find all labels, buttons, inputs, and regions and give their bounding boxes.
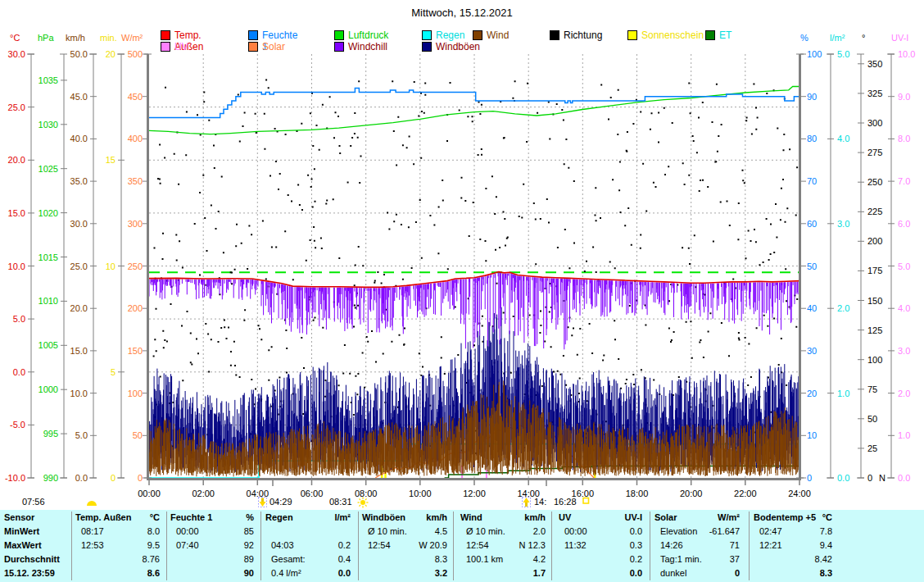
table-cell-time: 11:32 — [564, 539, 587, 552]
svg-text:15: 15 — [106, 155, 116, 165]
table-cell: 3.2 — [362, 566, 449, 580]
table-column-unit: % — [246, 511, 254, 525]
table-cell-time: 12:53 — [81, 539, 104, 552]
svg-text:990: 990 — [43, 473, 58, 483]
svg-text:90: 90 — [807, 92, 817, 102]
svg-text:0: 0 — [138, 473, 143, 483]
svg-text:25.0: 25.0 — [8, 102, 25, 112]
svg-text:30.0: 30.0 — [70, 219, 88, 229]
svg-text:200: 200 — [867, 236, 882, 246]
svg-text:1005: 1005 — [38, 340, 58, 350]
table-cell-time: dunkel — [660, 566, 686, 580]
legend-swatch — [422, 42, 432, 52]
svg-text:25: 25 — [867, 443, 877, 453]
table-cell: 0.0 — [559, 566, 644, 580]
svg-text:60: 60 — [807, 219, 817, 229]
table-cell-value: 90 — [244, 566, 254, 580]
weather-chart: 00:0002:0004:0006:0008:0010:0012:0014:00… — [0, 0, 924, 508]
table-cell-time: Elevation — [660, 525, 697, 539]
svg-text:0.0: 0.0 — [13, 367, 25, 377]
table-cell: 12:54W 20.9 — [362, 539, 449, 552]
table-cell: 04:030.2 — [265, 539, 352, 552]
legend-swatch — [705, 30, 715, 40]
table-cell-value: 2.0 — [533, 525, 546, 539]
table-column-header: Windböenkm/h — [362, 511, 449, 525]
svg-text:150: 150 — [867, 296, 882, 306]
table-cell-time: Ø 10 min. — [466, 525, 505, 539]
table-cell-time: 12:21 — [759, 539, 782, 552]
table-column-name: Feuchte 1 — [170, 511, 212, 525]
table-column-unit: km/h — [524, 511, 546, 525]
table-cell: 89 — [170, 552, 256, 566]
svg-text:10.0: 10.0 — [8, 261, 25, 271]
svg-text:40.0: 40.0 — [70, 134, 88, 143]
svg-text:400: 400 — [128, 134, 143, 143]
svg-text:50: 50 — [807, 261, 817, 271]
svg-text:5: 5 — [111, 367, 116, 377]
svg-text:5.0: 5.0 — [837, 49, 849, 59]
table-cell-value: 0.3 — [630, 539, 642, 552]
svg-text:-10.0: -10.0 — [5, 473, 25, 483]
legend-label: Sonnenschein — [641, 30, 704, 41]
table-cell-value: 8.42 — [815, 552, 832, 566]
table-cell: Ø 10 min.4.5 — [362, 525, 449, 539]
svg-text:20: 20 — [106, 49, 116, 59]
table-cell-value: 0.0 — [630, 525, 642, 539]
svg-text:80: 80 — [807, 134, 817, 143]
legend-label: Richtung — [564, 30, 602, 41]
table-column-header: Bodentemp +5°C — [754, 511, 834, 525]
table-cell-value: N 12.3 — [519, 539, 546, 552]
table-cell-value: 85 — [244, 525, 254, 539]
legend-swatch — [550, 30, 559, 40]
table-cell: 8.3 — [754, 566, 834, 580]
sunset-time: 16:28 — [554, 497, 577, 507]
moonset-time: 04:29 — [270, 497, 292, 507]
svg-text:15.0: 15.0 — [8, 208, 25, 218]
svg-text:250: 250 — [128, 261, 143, 271]
table-column-separator — [71, 512, 72, 580]
svg-text:1035: 1035 — [38, 75, 58, 85]
table-column-unit: l/m² — [334, 511, 351, 525]
svg-text:20: 20 — [807, 389, 817, 398]
svg-text:250: 250 — [867, 177, 882, 187]
legend-swatch — [248, 42, 258, 52]
table-column-unit: UV-I — [625, 511, 642, 525]
table-cell-time: Ø 10 min. — [368, 525, 407, 539]
legend-label: Wind — [487, 30, 509, 41]
svg-text:300: 300 — [867, 118, 882, 128]
svg-text:1010: 1010 — [38, 296, 58, 306]
table-cell-value: 0.0 — [338, 566, 351, 580]
svg-text:N: N — [879, 473, 886, 483]
svg-text:75: 75 — [867, 384, 877, 394]
svg-text:3.0: 3.0 — [837, 219, 849, 229]
table-cell-value: 4.2 — [533, 552, 546, 566]
legend-label: ET — [719, 30, 732, 41]
table-cell-time: 07:40 — [176, 539, 199, 552]
axis-unit-Wm: W/m² — [121, 33, 143, 43]
svg-text:20.0: 20.0 — [70, 303, 88, 313]
legend-label: Luftdruck — [348, 30, 388, 41]
table-cell: 07:4092 — [170, 539, 256, 552]
svg-text:225: 225 — [867, 207, 882, 216]
page-title: Mittwoch, 15.12.2021 — [0, 7, 924, 19]
legend-swatch — [422, 30, 432, 40]
table-cell: 12:219.4 — [754, 539, 834, 552]
svg-text:70: 70 — [807, 176, 817, 186]
table-row-label: Durchschnitt — [4, 552, 69, 566]
svg-text:50: 50 — [867, 414, 877, 424]
svg-text:6.0: 6.0 — [898, 219, 910, 229]
svg-text:450: 450 — [128, 92, 143, 102]
legend-label: Windböen — [436, 41, 480, 52]
table-cell-value: W 20.9 — [419, 539, 447, 552]
svg-text:350: 350 — [867, 59, 882, 69]
table-row-label: MaxWert — [4, 539, 69, 552]
svg-text:10: 10 — [106, 261, 116, 271]
table-cell-time: 04:03 — [271, 539, 294, 552]
moonrise-label: 14: — [534, 497, 546, 507]
svg-text:100: 100 — [128, 389, 143, 398]
svg-text:125: 125 — [867, 325, 882, 335]
svg-text:100: 100 — [807, 49, 822, 59]
table-cell-time: Tag:1 min. — [660, 552, 702, 566]
svg-text:0: 0 — [867, 473, 872, 483]
legend-swatch — [161, 30, 170, 40]
